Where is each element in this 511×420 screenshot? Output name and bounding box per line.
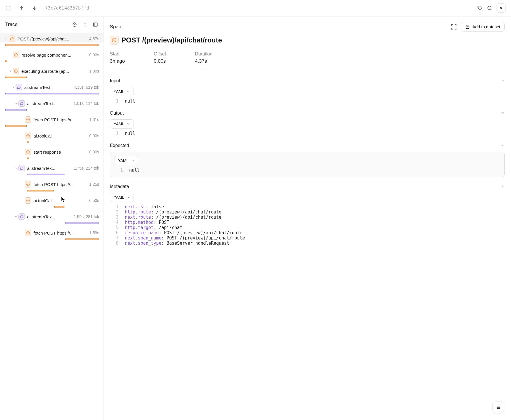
format-select-input[interactable]: YAML — [110, 87, 134, 96]
trace-item-label: resolve page componen... — [21, 53, 87, 57]
trace-item-meta: 1.00s — [89, 69, 99, 73]
search-icon[interactable] — [487, 5, 493, 11]
menu-button[interactable] — [493, 402, 504, 413]
trace-item-label: executing api route (ap... — [21, 69, 87, 74]
check-icon — [25, 149, 31, 155]
section-title-metadata: Metadata — [110, 184, 129, 189]
trace-item-label: ai.streamTex... — [27, 214, 71, 219]
trace-item-label: ai.toolCall — [34, 133, 87, 138]
close-button[interactable] — [497, 3, 506, 13]
chevron-down-icon[interactable] — [14, 215, 18, 218]
arrow-down-icon[interactable] — [32, 5, 38, 11]
trace-item[interactable]: ai.toolCall 0.00s — [0, 130, 103, 143]
trace-item[interactable]: POST /(preview)/api/chat... 4.37s — [0, 33, 103, 46]
check-icon — [25, 116, 31, 123]
trace-item[interactable]: ai.streamTex... 1.75s, 224 tok — [0, 162, 103, 175]
collapse-icon[interactable] — [82, 22, 88, 27]
trace-item-label: ai.streamText — [24, 85, 71, 90]
trace-item-label: ai.streamTex... — [27, 166, 71, 171]
start-value: 3h ago — [110, 58, 125, 64]
check-icon — [13, 52, 19, 58]
svg-point-0 — [479, 7, 479, 8]
trace-item-meta: 1.01s, 114 tok — [74, 101, 99, 106]
section-expected: Expected YAML 1null — [110, 141, 505, 177]
chevron-down-icon — [501, 143, 505, 148]
trace-item[interactable]: fetch POST https://... 1.59s — [0, 227, 103, 240]
chevron-down-icon — [501, 184, 505, 189]
chat-icon — [18, 213, 25, 220]
trace-item[interactable]: ai.streamText 4.35s, 619 tok — [0, 81, 103, 94]
section-title-expected: Expected — [110, 143, 129, 148]
chevron-down-icon[interactable] — [14, 166, 18, 170]
duration-value: 4.37s — [195, 58, 212, 64]
trace-item-meta: 1.59s — [89, 231, 99, 235]
trace-item-meta: 1.25s — [89, 182, 99, 187]
format-select-output[interactable]: YAML — [110, 119, 134, 129]
trace-item-label: fetch POST https://... — [34, 231, 87, 235]
trace-item-label: fetch POST https://a... — [34, 117, 87, 122]
trace-item-meta: 1.75s, 224 tok — [74, 166, 99, 170]
trace-item-meta: 4.37s — [89, 36, 99, 41]
trace-item-meta: 0.00s — [89, 53, 99, 57]
duration-label: Duration — [195, 51, 212, 57]
trace-item[interactable]: resolve page componen... 0.00s — [0, 49, 103, 62]
chevron-down-icon[interactable] — [14, 102, 18, 105]
trace-item-meta: 1.59s, 281 tok — [74, 214, 99, 219]
panel-icon[interactable] — [93, 22, 98, 27]
tag-icon[interactable] — [477, 5, 483, 11]
trace-item-meta: 0.00s — [89, 150, 99, 154]
trace-item[interactable]: executing api route (ap... 1.00s — [0, 65, 103, 78]
arrow-up-icon[interactable] — [18, 5, 24, 11]
chevron-down-icon[interactable] — [8, 69, 13, 73]
chat-icon — [18, 100, 25, 107]
code-output: 1null — [110, 131, 505, 136]
fullscreen-icon[interactable] — [5, 5, 11, 11]
trace-item-meta: 0.50s — [89, 198, 99, 203]
trace-item-meta: 1.01s — [89, 117, 99, 122]
section-title-output: Output — [110, 111, 124, 116]
code-metadata: 1next.rsc: false2http.route: /(preview)/… — [110, 204, 505, 246]
code-expected: 1null — [114, 168, 500, 173]
trace-item-label: ai.toolCall — [34, 198, 87, 203]
chevron-down-icon[interactable] — [4, 37, 9, 40]
offset-value: 0.00s — [154, 58, 166, 64]
section-output: Output YAML 1null — [110, 109, 505, 136]
trace-item-label: POST /(preview)/api/chat... — [17, 36, 87, 41]
trace-item-meta: 0.00s — [89, 133, 99, 138]
svg-point-13 — [466, 25, 469, 26]
trace-item[interactable]: ai.toolCall 0.50s — [0, 194, 103, 208]
add-to-dataset-button[interactable]: Add to dataset — [461, 22, 505, 32]
section-title-input: Input — [110, 78, 120, 83]
trace-item[interactable]: fetch POST https://a... 1.01s — [0, 114, 103, 127]
chat-icon — [16, 84, 22, 90]
section-input: Input YAML 1null — [110, 77, 505, 104]
check-icon — [25, 197, 31, 204]
check-icon — [25, 230, 31, 236]
trace-item-label: fetch POST https://... — [34, 182, 87, 187]
section-metadata: Metadata YAML 1next.rsc: false2http.rout… — [110, 182, 505, 246]
svg-point-1 — [488, 6, 491, 10]
check-icon — [25, 133, 31, 139]
trace-id: 73c7d6148357bffd — [45, 5, 89, 11]
detail-header-label: Span — [110, 24, 121, 30]
offset-label: Offset — [154, 51, 166, 57]
format-select-expected[interactable]: YAML — [114, 156, 138, 165]
span-title: POST /(preview)/api/chat/route — [121, 36, 222, 44]
chevron-down-icon[interactable] — [11, 86, 16, 89]
add-to-dataset-label: Add to dataset — [472, 24, 500, 29]
check-icon — [13, 68, 19, 74]
span-type-icon — [110, 36, 119, 44]
trace-item[interactable]: fetch POST https://... 1.25s — [0, 178, 103, 192]
trace-item-meta: 4.35s, 619 tok — [74, 85, 99, 90]
trace-item[interactable]: ai.streamText... 1.01s, 114 tok — [0, 97, 103, 111]
code-input: 1null — [110, 99, 505, 104]
trace-item-label: ai.streamText... — [27, 101, 71, 106]
trace-item[interactable]: ai.streamTex... 1.59s, 281 tok — [0, 211, 103, 224]
start-label: Start — [110, 51, 125, 57]
svg-rect-3 — [93, 23, 97, 26]
format-select-metadata[interactable]: YAML — [110, 193, 134, 202]
check-icon — [9, 36, 15, 42]
trace-item[interactable]: start response 0.00s — [0, 146, 103, 159]
timer-icon[interactable] — [72, 22, 77, 27]
expand-icon[interactable] — [451, 24, 457, 30]
